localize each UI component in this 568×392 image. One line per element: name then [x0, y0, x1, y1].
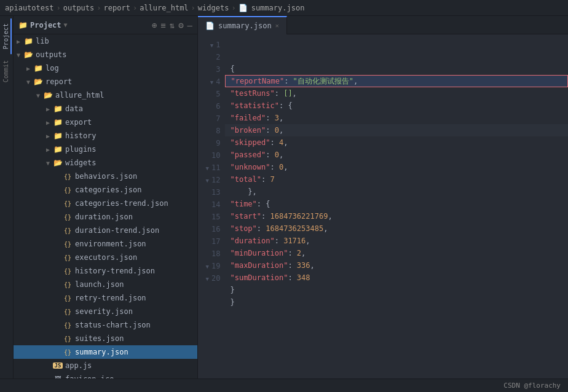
watermark: CSDN @florachy — [503, 382, 561, 390]
tree-label-duration.json: duration.json — [75, 213, 133, 221]
tree-item-behaviors.json[interactable]: {}behaviors.json — [14, 170, 197, 183]
tree-item-favicon.ico[interactable]: 🖼favicon.ico — [14, 372, 197, 378]
breadcrumb-apiautotest[interactable]: apiautotest — [5, 4, 53, 12]
tree-item-duration-trend.json[interactable]: {}duration-trend.json — [14, 224, 197, 237]
collapse-btn[interactable]: — — [187, 21, 192, 29]
tree-icon-folder: 📁 — [53, 131, 63, 140]
breadcrumb-file-icon: 📄 — [239, 4, 248, 12]
code-line-1: { — [225, 63, 568, 75]
tree-icon-folder: 📂 — [33, 77, 43, 86]
tree-arrow-widgets[interactable] — [43, 160, 53, 167]
line-number-19: 19 — [203, 261, 220, 273]
fold-arrow-4[interactable] — [207, 78, 213, 87]
editor-tab-summary-json[interactable]: 📄 summary.json ✕ — [198, 16, 287, 34]
tree-item-categories.json[interactable]: {}categories.json — [14, 183, 197, 197]
main-layout: Project Commit 📁 Project ▼ ⊕ ≡ ⇅ ⚙ — 📁li… — [0, 16, 568, 378]
list-btn[interactable]: ≡ — [160, 21, 165, 29]
code-line-4: "statistic": { — [225, 100, 568, 112]
tree-label-categories.json: categories.json — [75, 186, 141, 194]
tree-item-executors.json[interactable]: {}executors.json — [14, 251, 197, 264]
tree-arrow-lib[interactable] — [14, 38, 23, 45]
tree-arrow-log[interactable] — [23, 65, 33, 72]
breadcrumb-widgets[interactable]: widgets — [198, 4, 229, 12]
bottom-bar: CSDN @florachy — [0, 378, 568, 392]
tree-arrow-data[interactable] — [43, 106, 53, 112]
tree-item-environment.json[interactable]: {}environment.json — [14, 237, 197, 251]
tree-label-data: data — [65, 104, 83, 113]
tree-label-outputs: outputs — [36, 50, 67, 59]
line-number-8: 8 — [203, 125, 220, 138]
code-line-14: "stop": 1684736253485, — [225, 222, 568, 235]
tree-item-suites.json[interactable]: {}suites.json — [14, 332, 197, 345]
code-line-8: "passed": 0, — [225, 149, 568, 161]
tree-icon-json: {} — [63, 254, 73, 261]
code-line-17: "maxDuration": 336, — [225, 259, 568, 272]
tree-icon-json: {} — [63, 241, 73, 248]
code-line-6: "broken": 0, — [225, 124, 568, 136]
tree-item-app.js[interactable]: JSapp.js — [14, 359, 197, 372]
tree-item-lib[interactable]: 📁lib — [14, 34, 197, 48]
code-line-12: "time": { — [225, 198, 568, 210]
fold-arrow-20[interactable] — [203, 275, 209, 283]
tree-item-status-chart.json[interactable]: {}status-chart.json — [14, 318, 197, 332]
tree-item-duration.json[interactable]: {}duration.json — [14, 210, 197, 224]
line-number-18: 18 — [203, 248, 220, 261]
sort-btn[interactable]: ⇅ — [170, 21, 175, 29]
fold-arrow-1[interactable] — [207, 41, 213, 50]
breadcrumb-sep-1: › — [56, 4, 60, 12]
tree-item-allure_html[interactable]: 📂allure_html — [14, 88, 197, 102]
vtab-project[interactable]: Project — [1, 18, 12, 54]
tree-item-widgets[interactable]: 📂widgets — [14, 156, 197, 170]
line-number-14: 14 — [203, 199, 220, 211]
tree-item-severity.json[interactable]: {}severity.json — [14, 305, 197, 318]
code-line-18: "sumDuration": 348 — [225, 272, 568, 284]
tree-icon-json: {} — [63, 268, 73, 275]
breadcrumb-report[interactable]: report — [104, 4, 130, 12]
fold-arrow-11[interactable] — [203, 164, 209, 173]
fold-arrow-19[interactable] — [203, 262, 209, 271]
tree-icon-js: JS — [53, 363, 63, 369]
breadcrumb-sep-4: › — [191, 4, 195, 12]
tree-item-retry-trend.json[interactable]: {}retry-trend.json — [14, 291, 197, 305]
add-btn[interactable]: ⊕ — [152, 21, 157, 29]
vtab-commit[interactable]: Commit — [1, 55, 12, 87]
tree-arrow-plugins[interactable] — [43, 146, 53, 153]
tree-item-log[interactable]: 📁log — [14, 61, 197, 75]
breadcrumb-summary-json[interactable]: summary.json — [251, 4, 305, 12]
breadcrumb-outputs[interactable]: outputs — [63, 4, 95, 12]
tree-arrow-allure_html[interactable] — [33, 92, 43, 99]
tree-item-summary.json[interactable]: {}summary.json — [14, 345, 197, 359]
tree-arrow-report[interactable] — [23, 79, 33, 85]
breadcrumb-sep-5: › — [231, 4, 235, 12]
line-number-17: 17 — [203, 236, 220, 248]
tree-arrow-history[interactable] — [43, 133, 53, 139]
editor-area: 📄 summary.json ✕ 12345678910111213141516… — [198, 16, 568, 378]
tree-item-history[interactable]: 📁history — [14, 129, 197, 143]
tree-item-history-trend.json[interactable]: {}history-trend.json — [14, 264, 197, 278]
tree-icon-folder: 📁 — [33, 64, 43, 73]
tree-icon-folder: 📁 — [53, 145, 63, 154]
tab-label: summary.json — [218, 22, 272, 30]
tree-icon-folder: 📁 — [53, 118, 63, 127]
tree-arrow-outputs[interactable] — [14, 52, 23, 58]
sidebar-tree: 📁lib📂outputs📁log📂report📂allure_html📁data… — [14, 34, 197, 378]
line-number-12: 12 — [203, 174, 220, 187]
fold-arrow-12[interactable] — [203, 176, 209, 185]
breadcrumb-allure-html[interactable]: allure_html — [140, 4, 188, 12]
tree-item-report[interactable]: 📂report — [14, 75, 197, 88]
tree-item-export[interactable]: 📁export — [14, 116, 197, 129]
tree-item-outputs[interactable]: 📂outputs — [14, 48, 197, 61]
breadcrumb-sep-2: › — [97, 4, 101, 12]
tree-item-data[interactable]: 📁data — [14, 102, 197, 116]
tree-item-launch.json[interactable]: {}launch.json — [14, 278, 197, 291]
tree-item-plugins[interactable]: 📁plugins — [14, 143, 197, 156]
line-number-16: 16 — [203, 224, 220, 236]
code-line-7: "skipped": 4, — [225, 136, 568, 149]
tree-item-categories-trend.json[interactable]: {}categories-trend.json — [14, 197, 197, 210]
settings-btn[interactable]: ⚙ — [178, 21, 183, 29]
project-dropdown-arrow[interactable]: ▼ — [64, 22, 68, 28]
tree-label-export: export — [65, 118, 92, 127]
tab-close-button[interactable]: ✕ — [275, 22, 279, 29]
tree-arrow-export[interactable] — [43, 119, 53, 126]
code-editor[interactable]: 1234567891011121314151617181920 { "repor… — [198, 34, 568, 378]
